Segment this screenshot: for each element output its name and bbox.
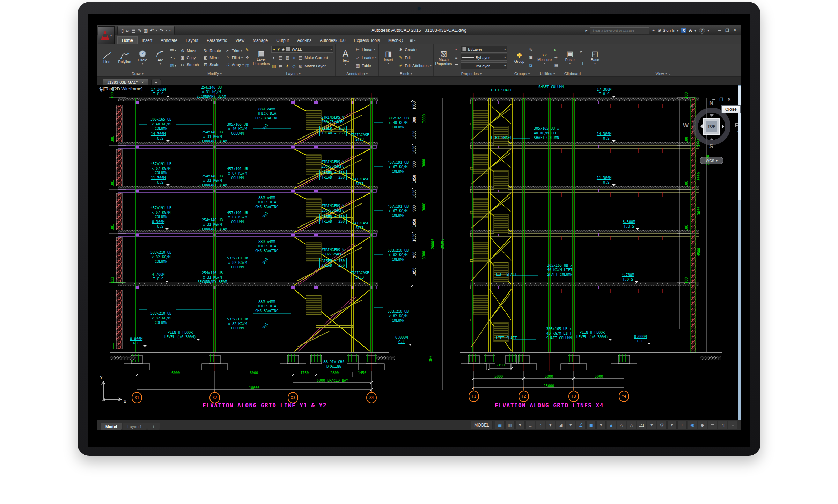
panel-label-block[interactable]: Block▾ — [379, 71, 433, 76]
ribbon-tab-output[interactable]: Output — [272, 37, 293, 44]
autodesk360-icon[interactable]: A — [689, 28, 692, 33]
panel-label-modify[interactable]: Modify▾ — [178, 71, 251, 76]
layer-lock2-icon[interactable]: ◈ — [291, 55, 296, 60]
mirror-button[interactable]: ◧Mirror — [203, 54, 221, 61]
rotate-button[interactable]: ↻Rotate — [203, 47, 221, 54]
layer-walk-icon[interactable]: ▥ — [271, 64, 277, 68]
ribbon-tab-annotate[interactable]: Annotate — [156, 37, 182, 44]
annotation-scale-icon[interactable]: △ — [627, 421, 636, 429]
group-button[interactable]: ❖ Group — [511, 45, 527, 70]
open-file-icon[interactable]: ▱ — [126, 28, 129, 33]
viewport-close-button[interactable]: ✕ — [727, 97, 731, 102]
snap-mode-icon[interactable]: ▥ — [505, 421, 515, 429]
ribbon-tab-home[interactable]: Home — [117, 36, 138, 44]
calculator-icon[interactable]: ▤ — [554, 63, 558, 68]
autoscale-icon[interactable]: △ — [617, 421, 626, 429]
stretch-button[interactable]: ↦Stretch — [180, 61, 199, 68]
object-snap-icon[interactable]: ▣ — [586, 421, 596, 429]
plot-icon[interactable]: ▥ — [144, 28, 148, 33]
qat-customize-icon[interactable]: ▾ — [169, 29, 171, 32]
layer-prev-icon[interactable]: ☀ — [285, 64, 290, 68]
scale-button[interactable]: ⊡Scale — [203, 61, 221, 68]
edit-attributes-button[interactable]: ✔Edit Attributes ▾ — [398, 62, 432, 69]
base-view-button[interactable]: ◰ Base ▾ — [587, 45, 603, 70]
redo-dropdown-icon[interactable]: ▾ — [166, 29, 167, 32]
polar-dropdown-icon[interactable]: ▾ — [546, 421, 555, 429]
explode-icon[interactable]: ❖ — [245, 55, 249, 60]
match-layer-button[interactable]: Match Layer — [304, 64, 326, 68]
osnap-dropdown-icon[interactable]: ▾ — [596, 421, 606, 429]
polar-tracking-icon[interactable]: ◔ — [536, 421, 545, 429]
object-snap-tracking-icon[interactable]: ∠ — [576, 421, 586, 429]
ribbon-tab-insert[interactable]: Insert — [138, 37, 156, 44]
redo-icon[interactable]: ↷ — [160, 28, 163, 33]
linetype-dropdown[interactable]: ByLayer▾ — [461, 62, 507, 69]
save-as-icon[interactable]: ✎ — [138, 28, 141, 33]
match-properties-button[interactable]: ▧ Match Properties — [435, 45, 452, 70]
tab-overflow-caret-icon[interactable]: ▾ — [414, 39, 416, 42]
isolate-objects-icon[interactable]: ◉ — [688, 421, 697, 429]
viewcube-home-icon[interactable]: ⌂ — [690, 103, 693, 109]
copy-button[interactable]: ▣Copy — [180, 54, 199, 61]
circle-tool-button[interactable]: Circle▾ — [134, 45, 150, 70]
layer-freeze2-icon[interactable]: ▨ — [285, 55, 290, 60]
scrollbar-thumb[interactable] — [738, 85, 741, 200]
tab-overflow-icon[interactable]: ▣ — [410, 38, 413, 43]
measure-button[interactable]: ↔ Measure ▾ — [537, 45, 553, 70]
ribbon-tab-add-ins[interactable]: Add-ins — [293, 37, 316, 44]
layout1-tab[interactable]: Layout1 — [123, 423, 147, 430]
array-button[interactable]: ∷Array ▾ — [225, 61, 244, 68]
layer-match-icon[interactable]: ▤ — [278, 64, 283, 68]
save-icon[interactable]: ▤ — [131, 28, 135, 33]
ribbon-tab-manage[interactable]: Manage — [249, 37, 272, 44]
customization-menu-icon[interactable]: ≡ — [728, 421, 737, 429]
panel-label-groups[interactable]: Groups▾ — [509, 71, 534, 76]
graphics-performance-icon[interactable]: ◆ — [698, 421, 707, 429]
viewcube-west-label[interactable]: W — [683, 122, 689, 129]
offset-icon[interactable]: ◫ — [245, 63, 249, 68]
ungroup-icon[interactable]: ✎ — [529, 47, 532, 52]
viewport-restore-button[interactable]: ❐ — [720, 97, 723, 102]
layer-unlock-icon[interactable]: ◇ — [291, 64, 296, 68]
new-document-tab-button[interactable]: + — [151, 79, 161, 86]
layer-properties-button[interactable]: ▤ Layer Properties — [253, 45, 270, 70]
group-select-icon[interactable]: ◪ — [529, 63, 532, 68]
edit-block-button[interactable]: ✎Edit — [398, 54, 432, 61]
layer-off-icon[interactable]: ◐ — [271, 55, 277, 60]
layer-isolate-icon[interactable]: ▤ — [278, 55, 283, 60]
wcs-dropdown[interactable]: WCS▾ — [700, 157, 723, 164]
drawing-canvas[interactable]: [-][Top][2D Wireframe] — [97, 85, 741, 420]
cut-icon[interactable]: ✂ — [580, 50, 583, 54]
rectangle-icon[interactable]: ▭ ▾ — [170, 47, 176, 52]
search-input[interactable] — [590, 27, 649, 34]
ribbon-tab-view[interactable]: View — [231, 37, 249, 44]
table-button[interactable]: ▦Table — [355, 62, 376, 69]
object-color-dropdown[interactable]: ByLayer▾ — [461, 46, 507, 53]
paste-button[interactable]: ▣ Paste ▾ — [562, 45, 578, 70]
make-current-button[interactable]: Make Current — [304, 55, 328, 60]
ellipse-icon[interactable]: ◔ ▾ — [170, 55, 176, 60]
minimize-button[interactable]: ─ — [718, 28, 721, 33]
ribbon-tab-express-tools[interactable]: Express Tools — [350, 37, 384, 44]
a360-caret-icon[interactable]: ▾ — [694, 28, 697, 33]
scale-value[interactable]: 1:1 — [637, 421, 646, 429]
move-button[interactable]: ⊕Move — [180, 47, 199, 54]
panel-label-properties[interactable]: Properties▾ — [434, 71, 509, 76]
workspace-switching-icon[interactable]: ⚙ — [657, 421, 667, 429]
viewport-controls-label[interactable]: [-][Top][2D Wireframe] — [100, 87, 142, 91]
isodraft-icon[interactable]: ◢ — [556, 421, 565, 429]
layer-dropdown[interactable]: ● ☀ ◈ WALL ▾ — [271, 46, 333, 53]
binoculars-icon[interactable]: ⚭ — [652, 28, 655, 33]
insert-block-button[interactable]: ◨ Insert ▾ — [381, 45, 397, 70]
text-tool-button[interactable]: A Text ▾ — [337, 45, 353, 70]
panel-label-view[interactable]: View▾↘ — [585, 71, 741, 76]
viewcube-south-label[interactable]: S — [709, 143, 713, 150]
trim-button[interactable]: ✂Trim ▾ — [225, 47, 244, 54]
ribbon-tab-mech-q[interactable]: Mech-Q — [384, 37, 407, 44]
ribbon-tab-layout[interactable]: Layout — [182, 37, 203, 44]
undo-icon[interactable]: ↶ — [150, 28, 154, 33]
help-caret-icon[interactable]: ▾ — [707, 28, 710, 33]
panel-label-annotation[interactable]: Annotation▾ — [336, 71, 378, 76]
panel-label-utilities[interactable]: Utilities▾ — [535, 71, 560, 76]
viewcube-top-face[interactable]: TOP — [703, 118, 720, 135]
